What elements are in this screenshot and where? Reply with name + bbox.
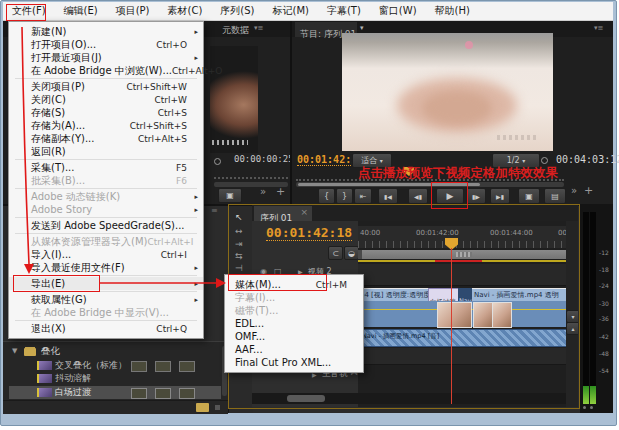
menu-item-reveal-in-bridge[interactable]: 在 Adobe Bridge 中显示(V)...: [9, 306, 203, 319]
timeline-timecode[interactable]: 00:01:42:18: [266, 225, 352, 241]
video-clip-b-label[interactable]: Navi - 插画爱情.mp4 透明: [474, 290, 559, 300]
go-to-in-button[interactable]: ⇤: [354, 188, 372, 204]
track-select-tool[interactable]: ↔: [235, 226, 243, 236]
menu-edit[interactable]: 编辑(E): [55, 2, 107, 20]
work-area-bar[interactable]: [358, 250, 574, 259]
menu-item-import-recent[interactable]: 导入最近使用文件(F)▸: [9, 261, 203, 274]
menu-item-browse-in-bridge[interactable]: 在 Adobe Bridge 中浏览(W)...Ctrl+Alt+O: [9, 64, 203, 77]
program-tab-dropdown-icon[interactable]: ▾: [360, 24, 364, 32]
audio-clip[interactable]: Navi - 插画爱情.mp4 [音]: [358, 329, 568, 347]
effects-toolbar-divider: [3, 400, 228, 401]
menu-item-close-project[interactable]: 关闭项目(P)Ctrl+Shift+W: [9, 80, 203, 93]
timeline-vscroll[interactable]: ▾ ▴: [566, 221, 578, 407]
timeline-tab[interactable]: 序列 01 ×: [254, 206, 312, 221]
program-scrollbar-thumb[interactable]: [298, 183, 480, 186]
source-more-icon[interactable]: »: [260, 186, 266, 197]
timeline-hscroll[interactable]: [252, 393, 566, 404]
new-bin-icon[interactable]: [196, 403, 209, 412]
play-button[interactable]: ▶: [436, 188, 464, 204]
menu-project[interactable]: 项目(P): [107, 2, 159, 20]
ripple-edit-tool[interactable]: ⇥: [235, 239, 243, 249]
source-export-frame-button[interactable]: ▣: [218, 188, 242, 203]
menu-item-get-properties[interactable]: 获取属性(G)▸: [9, 293, 203, 306]
hscroll-thumb[interactable]: [287, 395, 325, 402]
video-clip-b-head[interactable]: Nav: [458, 288, 472, 301]
menu-item-close[interactable]: 关闭(C)Ctrl+W: [9, 93, 203, 106]
submenu-item-tape[interactable]: 磁带(T)...: [225, 304, 363, 317]
effect-item-cross-dissolve[interactable]: 交叉叠化（标准）: [55, 359, 127, 372]
mark-in-button[interactable]: {: [318, 188, 335, 204]
menu-file[interactable]: 文件(F): [3, 2, 55, 20]
menu-item-save-copy[interactable]: 存储副本(Y)...Ctrl+Alt+S: [9, 132, 203, 145]
menu-item-import-from-media-browser[interactable]: 从媒体资源管理器导入(M)Ctrl+Alt+I: [9, 235, 203, 248]
snap-button[interactable]: ⊂: [328, 246, 343, 260]
source-add-icon[interactable]: +: [276, 185, 285, 198]
go-to-out-button[interactable]: ▶▮: [490, 188, 510, 204]
step-forward-button[interactable]: ▮▶: [466, 188, 486, 204]
delete-icon[interactable]: [215, 405, 220, 410]
settings-button[interactable]: ◒: [344, 246, 359, 260]
menu-shortcut: Ctrl+O: [156, 40, 197, 50]
menu-window[interactable]: 窗口(W): [370, 2, 426, 20]
menu-item-adobe-story[interactable]: Adobe Story▸: [9, 203, 203, 216]
audio-track-2-row[interactable]: [358, 348, 566, 365]
menu-help[interactable]: 帮助(H): [426, 2, 479, 20]
menu-item-import[interactable]: 导入(I)...Ctrl+I: [9, 248, 203, 261]
program-scrollbar[interactable]: [296, 182, 564, 187]
program-add-icon[interactable]: +: [584, 184, 593, 197]
menu-item-exit[interactable]: 退出(X)Ctrl+Q: [9, 322, 203, 335]
menu-item-label: 发送到 Adobe SpeedGrade(S)...: [31, 219, 185, 233]
menu-marker[interactable]: 标记(M): [263, 2, 317, 20]
vscroll-up-button[interactable]: ▴: [566, 322, 578, 335]
work-area-grip[interactable]: [456, 252, 472, 257]
menu-sequence[interactable]: 序列(S): [211, 2, 263, 20]
menu-item-batch-capture[interactable]: 批采集(B)...F6: [9, 174, 203, 187]
submenu-item-fcp-xml[interactable]: Final Cut Pro XML...: [225, 356, 363, 369]
play-icon: ▶: [447, 191, 454, 201]
menu-title[interactable]: 字幕(T): [318, 2, 370, 20]
tab-metadata[interactable]: 元数据: [222, 24, 249, 37]
menu-item-new[interactable]: 新建(N)▸: [9, 25, 203, 38]
submenu-arrow-icon: ▸: [194, 206, 198, 214]
submenu-arrow-icon: ▸: [194, 296, 198, 304]
effect-item-white-flash[interactable]: 白场过渡: [55, 386, 91, 399]
ruler-label-1: 00:01:42:00: [416, 229, 459, 237]
menu-item-save-as[interactable]: 存储为(A)...Ctrl+Shift+S: [9, 119, 203, 132]
menu-item-save[interactable]: 存储(S)Ctrl+S: [9, 106, 203, 119]
step-back-button[interactable]: ▮◀: [378, 188, 398, 204]
play-in-out-button[interactable]: ◀▮: [408, 188, 428, 204]
submenu-item-captions[interactable]: 字幕(I)...: [225, 291, 363, 304]
menu-item-revert[interactable]: 返回(R): [9, 145, 203, 158]
menu-item-send-to-speedgrade[interactable]: 发送到 Adobe SpeedGrade(S)...: [9, 219, 203, 232]
tools-panel-menu-icon[interactable]: ≡: [211, 206, 218, 215]
rate-stretch-tool[interactable]: ⊣: [235, 263, 243, 273]
panel-menu-icon[interactable]: ▾≡: [254, 24, 263, 32]
menu-item-open-project[interactable]: 打开项目(O)...Ctrl+O: [9, 38, 203, 51]
program-more-icon[interactable]: »: [571, 185, 577, 196]
menu-item-dynamic-link[interactable]: Adobe 动态链接(K)▸: [9, 190, 203, 203]
selection-tool[interactable]: ↖: [235, 212, 243, 222]
folder-twirl-icon[interactable]: ▼: [12, 347, 17, 355]
effect-item-dither-dissolve[interactable]: 抖动溶解: [55, 372, 91, 385]
extract-button[interactable]: ▤: [544, 188, 566, 204]
submenu-item-edl[interactable]: EDL...: [225, 317, 363, 330]
video-track-1-row[interactable]: p4 [视] 透明度:透明度 ▾ 白场过渡 Nav Navi - 插画爱情.mp…: [358, 287, 566, 327]
video-clip-a-label[interactable]: p4 [视] 透明度:透明度 ▾: [360, 290, 436, 300]
source-video-preview: [210, 46, 258, 153]
effects-folder-label[interactable]: 叠化: [41, 345, 60, 358]
timeline-ruler[interactable]: 40:00 00:01:42:00 00:01:44:00 00:01:46:0…: [358, 226, 566, 248]
program-panel-menu-icon[interactable]: ▾≡: [594, 24, 603, 32]
lift-button[interactable]: ▣: [518, 188, 540, 204]
submenu-item-aaf[interactable]: AAF...: [225, 343, 363, 356]
timeline-tab-close-icon[interactable]: ×: [300, 207, 308, 217]
mark-out-button[interactable]: }: [336, 188, 353, 204]
menu-item-label: EDL...: [235, 318, 264, 329]
menu-item-capture[interactable]: 采集(T)...F5: [9, 161, 203, 174]
submenu-item-omf[interactable]: OMF...: [225, 330, 363, 343]
submenu-item-media[interactable]: 媒体(M)...Ctrl+M: [225, 278, 363, 291]
menu-clip[interactable]: 素材(C): [159, 2, 212, 20]
menu-item-export[interactable]: 导出(E)▸: [9, 277, 203, 290]
rolling-edit-tool[interactable]: ⇆: [235, 251, 243, 261]
video-track-2-row[interactable]: [358, 264, 566, 286]
menu-item-open-recent[interactable]: 打开最近项目(J)▸: [9, 51, 203, 64]
